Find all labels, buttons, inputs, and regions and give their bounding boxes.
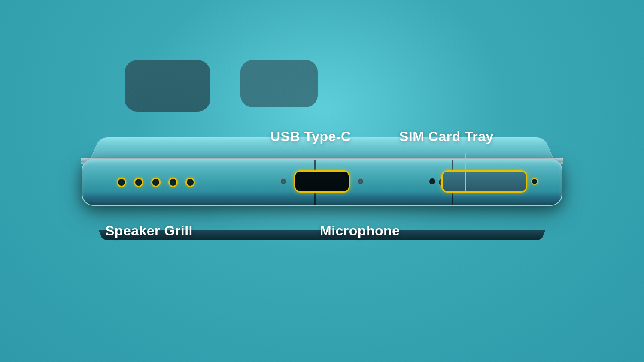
sim-small-dot bbox=[429, 178, 435, 184]
sim-pin-hole bbox=[531, 178, 538, 185]
speaker-hole-1 bbox=[117, 178, 126, 187]
sim-section bbox=[429, 170, 527, 193]
phone-chassis bbox=[82, 159, 562, 206]
speaker-hole-3 bbox=[151, 178, 161, 187]
speaker-hole-4 bbox=[168, 178, 178, 187]
phone-body bbox=[73, 146, 571, 232]
screw-right bbox=[358, 178, 364, 184]
phone-bottom-face bbox=[99, 230, 545, 240]
speaker-hole-5 bbox=[185, 178, 195, 187]
sim-tray bbox=[441, 170, 527, 193]
speaker-grill-section bbox=[117, 178, 195, 187]
camera-bump-right bbox=[240, 60, 318, 107]
speaker-hole-2 bbox=[134, 178, 143, 187]
usb-port bbox=[294, 170, 350, 193]
phone-top-face bbox=[90, 137, 554, 160]
usb-section bbox=[280, 170, 364, 193]
screw-left bbox=[280, 178, 286, 184]
camera-bump-left bbox=[125, 60, 210, 112]
